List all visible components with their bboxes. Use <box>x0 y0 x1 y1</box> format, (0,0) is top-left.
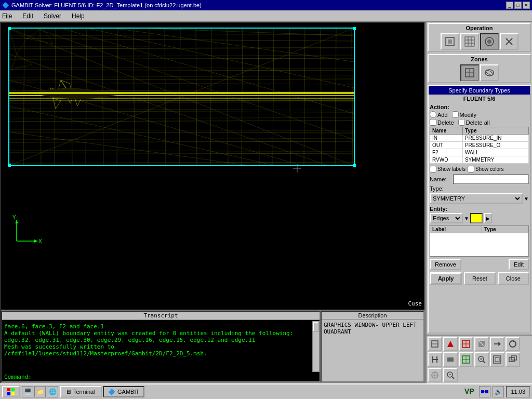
entity-color-box[interactable] <box>470 213 483 223</box>
tool-icon-11[interactable] <box>490 352 504 367</box>
transcript-line-0: face.6, face.3, F2 and face.1 <box>4 323 317 330</box>
zone-icon-continuum[interactable] <box>480 64 499 81</box>
command-input[interactable] <box>34 374 312 380</box>
operation-title: Operation <box>430 25 529 31</box>
tool-icon-14[interactable] <box>443 368 458 382</box>
type-dropdown-row: SYMMETRY WALL PRESSURE_INLET PRESSURE_OU… <box>430 193 529 204</box>
taskbar-app-terminal[interactable]: 🖥 Terminal <box>60 386 102 397</box>
svg-rect-137 <box>511 356 516 360</box>
action-modify-check[interactable] <box>452 111 459 118</box>
command-bar: Command: <box>2 372 312 381</box>
tool-icon-8[interactable] <box>443 352 458 367</box>
name-field-input[interactable] <box>453 175 529 184</box>
bottom-tools <box>427 335 532 383</box>
entity-select-arrow[interactable]: ▶ <box>484 213 492 223</box>
taskbar: 🖥️ 📁 🌐 🖥 Terminal 🔷 GAMBIT VP 🔊 1 <box>0 383 532 399</box>
remove-edit-row: Remove Edit <box>430 259 529 270</box>
tool-icon-9[interactable] <box>459 352 473 367</box>
transcript-scrollbar[interactable] <box>312 321 320 372</box>
tool-icon-10[interactable] <box>474 352 489 367</box>
action-delete-all[interactable]: Delete all <box>458 119 490 126</box>
taskbar-sound-icon[interactable]: 🔊 <box>493 386 504 397</box>
show-labels-input[interactable] <box>430 166 436 172</box>
taskbar-right: VP 🔊 11:03 <box>464 386 530 397</box>
entity-label-table: Label Type <box>430 225 529 257</box>
mesh-display: X Y <box>1 23 424 310</box>
operation-section: Operation <box>428 23 531 52</box>
menu-solver[interactable]: Solver <box>44 12 61 20</box>
taskbar-icons: 🖥️ 📁 🌐 <box>22 386 58 397</box>
apply-button[interactable]: Apply <box>430 272 462 285</box>
show-colors-input[interactable] <box>468 166 474 172</box>
svg-rect-72 <box>353 27 356 30</box>
titlebar: 🔷 GAMBIT Solver: FLUENT 5/6 ID: F2_2D_Te… <box>0 0 532 10</box>
op-icon-mesh[interactable] <box>460 33 479 50</box>
remove-button[interactable]: Remove <box>430 259 461 270</box>
boundary-row-f2[interactable]: F2 WALL <box>430 149 529 156</box>
boundary-name-out: OUT <box>430 142 463 149</box>
entity-type-dropdown[interactable]: Edges Faces Vertices <box>430 213 463 223</box>
close-btn[interactable]: ✕ <box>523 2 530 9</box>
tool-icon-1[interactable] <box>428 337 442 351</box>
menu-edit[interactable]: Edit <box>22 12 33 20</box>
solver-label: FLUENT 5/6 <box>430 96 529 102</box>
show-labels-check[interactable]: Show labels <box>430 166 466 172</box>
tool-icon-12[interactable] <box>506 352 520 367</box>
tool-icon-3[interactable] <box>459 337 473 351</box>
taskbar-app-gambit[interactable]: 🔷 GAMBIT <box>103 386 144 397</box>
minimize-btn[interactable]: _ <box>506 2 513 9</box>
menu-file[interactable]: File <box>2 12 12 20</box>
close-button[interactable]: Close <box>498 272 529 285</box>
boundary-row-rvwd[interactable]: RVWD SYMMETRY <box>430 156 529 164</box>
svg-rect-73 <box>8 164 11 167</box>
tool-icon-7[interactable] <box>428 352 442 367</box>
action-delete-all-check[interactable] <box>458 119 465 126</box>
start-button[interactable] <box>2 386 20 397</box>
taskbar-apps: 🖥 Terminal 🔷 GAMBIT <box>60 386 462 397</box>
menu-help[interactable]: Help <box>72 12 85 20</box>
boundary-row-in[interactable]: IN PRESSURE_IN <box>430 135 529 142</box>
action-modify[interactable]: Modify <box>452 111 476 118</box>
taskbar-icon-2[interactable]: 📁 <box>34 386 46 397</box>
col-name: Name <box>430 127 463 135</box>
svg-rect-71 <box>8 27 11 30</box>
type-dropdown[interactable]: SYMMETRY WALL PRESSURE_INLET PRESSURE_OU… <box>430 193 523 204</box>
name-field-label: Name: <box>430 176 453 182</box>
boundary-section: Specify Boundary Types FLUENT 5/6 Action… <box>428 85 531 334</box>
transcript-line-3: Mesh was successfully written to /cfdfil… <box>4 343 317 357</box>
action-delete[interactable]: Delete <box>430 119 454 126</box>
tool-icon-13[interactable] <box>428 368 442 382</box>
zones-section: Zones <box>428 54 531 83</box>
tool-icon-5[interactable] <box>490 337 504 351</box>
taskbar-icon-3[interactable]: 🌐 <box>47 386 58 397</box>
action-add-radio[interactable] <box>430 111 436 118</box>
svg-point-103 <box>487 39 491 44</box>
tool-icon-4[interactable] <box>474 337 489 351</box>
maximize-btn[interactable]: □ <box>514 2 522 9</box>
taskbar-network-icon[interactable] <box>479 386 490 397</box>
op-icon-geometry[interactable] <box>441 33 459 50</box>
tool-icon-6[interactable] <box>506 337 520 351</box>
boundary-type-rvwd: SYMMETRY <box>462 156 528 164</box>
op-icon-tools[interactable] <box>500 33 518 50</box>
action-delete-check[interactable] <box>430 119 436 126</box>
transcript-line-1: A default (WALL) boundary entity was cre… <box>4 330 317 337</box>
taskbar-icon-1[interactable]: 🖥️ <box>22 386 33 397</box>
svg-line-142 <box>452 377 454 379</box>
vp-icon: VP <box>464 387 477 395</box>
action-label: Action: <box>430 104 529 110</box>
transcript-line-2: edge.32, edge.31, edge.30, edge.29, edge… <box>4 337 317 343</box>
zone-icon-boundary[interactable] <box>460 64 479 81</box>
canvas-container[interactable]: X Y Cuse <box>1 23 424 310</box>
show-colors-check[interactable]: Show colors <box>468 166 503 172</box>
svg-rect-147 <box>11 392 15 395</box>
op-icon-zones[interactable] <box>480 33 499 50</box>
edit-button[interactable]: Edit <box>509 259 529 270</box>
tool-icon-2[interactable] <box>443 337 458 351</box>
action-add[interactable]: Add <box>430 111 448 118</box>
titlebar-controls[interactable]: _ □ ✕ <box>506 2 530 9</box>
zones-title: Zones <box>430 56 529 62</box>
right-panel: Operation <box>425 22 532 383</box>
reset-button[interactable]: Reset <box>464 272 495 285</box>
boundary-row-out[interactable]: OUT PRESSURE_O <box>430 142 529 149</box>
